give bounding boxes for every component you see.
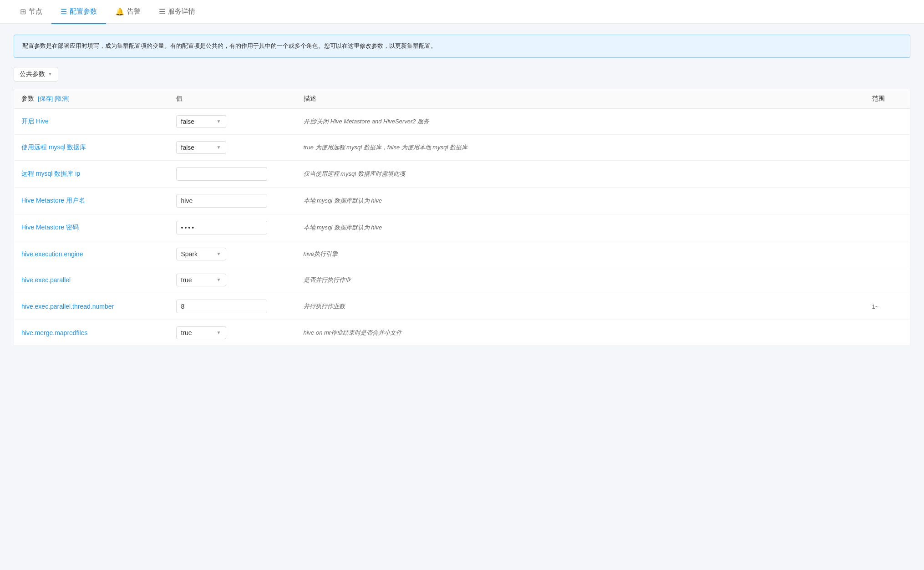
table-row: Hive Metastore 密码本地 mysql 数据库默认为 hive	[14, 214, 910, 241]
param-name[interactable]: 远程 mysql 数据库 ip	[21, 170, 80, 177]
param-name-cell: 远程 mysql 数据库 ip	[14, 160, 169, 187]
param-select[interactable]: false▼	[176, 141, 226, 154]
param-value-cell	[169, 160, 296, 187]
param-name-cell: hive.merge.mapredfiles	[14, 320, 169, 346]
table-header-row: 参数 [保存] [取消] 值 描述 范围	[14, 89, 910, 108]
th-value: 值	[169, 89, 296, 108]
select-value: Spark	[181, 250, 217, 258]
nav-item-nodes[interactable]: ⊞ 节点	[11, 0, 51, 24]
th-save-cancel: [保存] [取消]	[38, 95, 70, 102]
param-text-input[interactable]	[176, 194, 267, 208]
select-arrow-icon: ▼	[217, 330, 221, 335]
params-table: 参数 [保存] [取消] 值 描述 范围 开启 Hivefalse▼开启/关闭 …	[14, 89, 910, 346]
th-param: 参数 [保存] [取消]	[14, 89, 169, 108]
nav-item-alerts[interactable]: 🔔 告警	[106, 0, 150, 24]
param-desc-cell: true 为使用远程 mysql 数据库，false 为使用本地 mysql 数…	[296, 134, 865, 160]
th-range: 范围	[865, 89, 910, 108]
param-range-cell	[865, 134, 910, 160]
param-desc: 开启/关闭 Hive Metastore and HiveServer2 服务	[304, 118, 430, 125]
param-name-cell: hive.exec.parallel	[14, 267, 169, 293]
param-value-cell	[169, 214, 296, 241]
th-desc: 描述	[296, 89, 865, 108]
select-arrow-icon: ▼	[217, 277, 221, 282]
save-action[interactable]: [保存]	[38, 95, 53, 102]
nodes-icon: ⊞	[20, 7, 26, 16]
nav-label-details: 服务详情	[168, 7, 195, 16]
select-arrow-icon: ▼	[217, 145, 221, 150]
table-row: 远程 mysql 数据库 ip仅当使用远程 mysql 数据库时需填此项	[14, 160, 910, 187]
table-row: Hive Metastore 用户名本地 mysql 数据库默认为 hive	[14, 187, 910, 214]
param-range-cell	[865, 214, 910, 241]
param-desc-cell: 开启/关闭 Hive Metastore and HiveServer2 服务	[296, 108, 865, 134]
param-range-cell: 1~	[865, 293, 910, 320]
param-name-cell: hive.exec.parallel.thread.number	[14, 293, 169, 320]
param-name[interactable]: Hive Metastore 用户名	[21, 197, 85, 204]
param-desc-cell: 并行执行作业数	[296, 293, 865, 320]
nav-item-details[interactable]: ☰ 服务详情	[150, 0, 204, 24]
param-text-input[interactable]	[176, 167, 267, 181]
param-password-input[interactable]	[176, 221, 267, 234]
param-value-cell: Spark▼	[169, 241, 296, 267]
select-value: false	[181, 118, 217, 125]
table-row: hive.execution.engineSpark▼hive执行引擎	[14, 241, 910, 267]
param-value-cell	[169, 187, 296, 214]
param-desc-cell: hive执行引擎	[296, 241, 865, 267]
param-name-cell: Hive Metastore 密码	[14, 214, 169, 241]
param-name[interactable]: hive.merge.mapredfiles	[21, 329, 88, 336]
param-desc: 本地 mysql 数据库默认为 hive	[304, 224, 382, 231]
param-desc: 本地 mysql 数据库默认为 hive	[304, 197, 382, 204]
nav-label-alerts: 告警	[127, 7, 141, 16]
param-range-cell	[865, 108, 910, 134]
param-name[interactable]: 开启 Hive	[21, 117, 49, 125]
param-desc-cell: 本地 mysql 数据库默认为 hive	[296, 214, 865, 241]
param-select[interactable]: Spark▼	[176, 248, 226, 260]
param-desc: hive执行引擎	[304, 250, 338, 257]
info-box: 配置参数是在部署应用时填写，成为集群配置项的变量。有的配置项是公共的，有的作用于…	[14, 35, 910, 58]
param-name[interactable]: hive.exec.parallel.thread.number	[21, 303, 114, 310]
param-name[interactable]: hive.exec.parallel	[21, 276, 71, 284]
param-value-cell	[169, 293, 296, 320]
param-desc-cell: hive on mr作业结束时是否合并小文件	[296, 320, 865, 346]
param-name-cell: 开启 Hive	[14, 108, 169, 134]
param-desc: true 为使用远程 mysql 数据库，false 为使用本地 mysql 数…	[304, 144, 467, 151]
select-value: true	[181, 329, 217, 336]
param-select[interactable]: true▼	[176, 326, 226, 339]
param-name-cell: 使用远程 mysql 数据库	[14, 134, 169, 160]
param-desc: 仅当使用远程 mysql 数据库时需填此项	[304, 170, 405, 177]
param-desc-cell: 本地 mysql 数据库默认为 hive	[296, 187, 865, 214]
param-range: 1~	[872, 303, 879, 310]
table-row: 使用远程 mysql 数据库false▼true 为使用远程 mysql 数据库…	[14, 134, 910, 160]
param-range-cell	[865, 160, 910, 187]
param-range-cell	[865, 267, 910, 293]
public-params-dropdown[interactable]: 公共参数 ▼	[14, 67, 58, 81]
table-row: 开启 Hivefalse▼开启/关闭 Hive Metastore and Hi…	[14, 108, 910, 134]
nav-item-config[interactable]: ☰ 配置参数	[51, 0, 106, 24]
param-name[interactable]: Hive Metastore 密码	[21, 224, 79, 231]
param-value-cell: false▼	[169, 134, 296, 160]
cancel-action[interactable]: [取消]	[55, 95, 70, 102]
param-name[interactable]: 使用远程 mysql 数据库	[21, 143, 86, 151]
param-desc: hive on mr作业结束时是否合并小文件	[304, 329, 402, 336]
select-value: false	[181, 144, 217, 151]
table-row: hive.exec.paralleltrue▼是否并行执行作业	[14, 267, 910, 293]
param-value-cell: true▼	[169, 320, 296, 346]
select-arrow-icon: ▼	[217, 119, 221, 124]
param-range-cell	[865, 320, 910, 346]
info-box-text: 配置参数是在部署应用时填写，成为集群配置项的变量。有的配置项是公共的，有的作用于…	[22, 42, 437, 49]
param-name-cell: hive.execution.engine	[14, 241, 169, 267]
param-text-input[interactable]	[176, 300, 267, 313]
param-select[interactable]: false▼	[176, 115, 226, 128]
dropdown-arrow-icon: ▼	[48, 71, 52, 76]
param-value-cell: true▼	[169, 267, 296, 293]
nav-label-config: 配置参数	[70, 7, 97, 16]
param-desc: 并行执行作业数	[304, 303, 345, 310]
table-row: hive.exec.parallel.thread.number并行执行作业数1…	[14, 293, 910, 320]
param-range-cell	[865, 241, 910, 267]
param-name[interactable]: hive.execution.engine	[21, 250, 83, 258]
details-icon: ☰	[159, 7, 165, 16]
top-navigation: ⊞ 节点 ☰ 配置参数 🔔 告警 ☰ 服务详情	[0, 0, 924, 24]
nav-label-nodes: 节点	[29, 7, 42, 16]
param-value-cell: false▼	[169, 108, 296, 134]
param-desc-cell: 仅当使用远程 mysql 数据库时需填此项	[296, 160, 865, 187]
param-select[interactable]: true▼	[176, 274, 226, 286]
